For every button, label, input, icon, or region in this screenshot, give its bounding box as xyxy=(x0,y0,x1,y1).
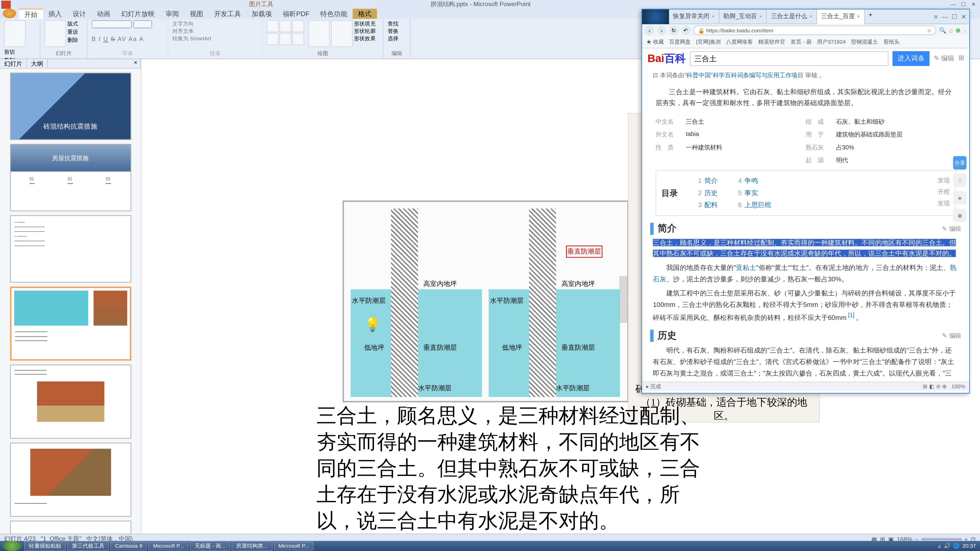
bookmark-item[interactable]: ★ 收藏 xyxy=(646,38,664,46)
shape-fill-button[interactable]: 形状填充 xyxy=(354,20,375,27)
tray-icon[interactable]: 🌐 xyxy=(953,543,959,549)
back-button[interactable]: ‹ xyxy=(645,25,654,35)
toc-sub[interactable]: 发现 xyxy=(938,176,950,185)
taskbar-item[interactable]: 房屋结构类... xyxy=(231,541,272,551)
slide-thumb-4[interactable]: ━━━━━━━━━━━━━━━━━━━━━━━━━━━━━━━━━━━━━━━━… xyxy=(10,287,131,361)
toc-link[interactable]: 1简介 xyxy=(698,176,718,186)
shape-outline-button[interactable]: 形状轮廓 xyxy=(354,27,375,35)
panel-tab-outline[interactable]: 大纲 xyxy=(27,59,48,68)
bookmark-item[interactable]: 百度网盘 xyxy=(669,38,690,46)
reference-link[interactable]: [1] xyxy=(846,311,856,318)
taskbar-item[interactable]: 第三代核工具 xyxy=(67,541,109,551)
tab-close-icon[interactable]: × xyxy=(857,14,860,20)
bookmark-star-icon[interactable]: ☆ xyxy=(927,27,932,33)
layout-button[interactable]: 版式 xyxy=(67,20,78,27)
panel-close-icon[interactable]: × xyxy=(131,59,141,68)
edit-icon[interactable]: ✎ 编辑 xyxy=(934,54,955,63)
tab-special[interactable]: 特色功能 xyxy=(315,9,353,19)
shape-button[interactable] xyxy=(292,33,304,45)
undo-close-button[interactable]: ↶ xyxy=(681,25,690,35)
tab-insert[interactable]: 插入 xyxy=(43,9,67,19)
cut-button[interactable]: 剪切 xyxy=(4,48,20,56)
shape-button[interactable] xyxy=(266,20,278,32)
browser-tab[interactable]: 恢复异常关闭× xyxy=(669,9,719,24)
toc-sub[interactable]: 发现 xyxy=(938,199,950,208)
select-button[interactable]: 选择 xyxy=(388,35,406,42)
taskbar-item[interactable]: 无标题 - 画... xyxy=(190,541,230,551)
slide-thumb-7[interactable] xyxy=(10,521,131,534)
minimize-button[interactable]: — xyxy=(950,1,956,7)
maximize-button[interactable]: ☐ xyxy=(961,1,966,7)
search-button[interactable]: 进入词条 xyxy=(893,51,930,66)
tab-format[interactable]: 格式 xyxy=(353,9,377,19)
section-edit-button[interactable]: ✎ 编辑 xyxy=(942,332,961,340)
toc-sub[interactable]: 开棺 xyxy=(938,188,950,197)
bookmark-item[interactable]: 型钢混凝土 xyxy=(851,38,878,46)
shape-button[interactable] xyxy=(266,33,278,45)
browser-close-button[interactable]: ✕ xyxy=(961,13,966,20)
tab-slideshow[interactable]: 幻灯片放映 xyxy=(116,9,160,19)
browser-tab[interactable]: 勒脚_互动百× xyxy=(719,9,767,24)
tab-foxit[interactable]: 福昕PDF xyxy=(277,9,315,19)
tab-close-icon[interactable]: × xyxy=(809,14,812,20)
download-icon[interactable]: ↓ xyxy=(963,27,966,33)
tab-design[interactable]: 设计 xyxy=(67,9,92,19)
slide-thumb-3[interactable]: ▪ ━━━━━━━━━━━━━━━━━━━━━━━━━━━━━━━━━━▪ ━━… xyxy=(10,215,131,283)
slide-thumb-1[interactable]: 砖混结构抗震措施 xyxy=(10,73,131,140)
reload-button[interactable]: ↻ xyxy=(669,25,679,35)
browser-minimize-button[interactable]: — xyxy=(942,13,948,20)
bookmark-item[interactable]: [官网]换浏 xyxy=(696,38,721,46)
taskbar-item[interactable]: Microsoft P... xyxy=(148,541,188,550)
font-size-input[interactable] xyxy=(133,20,152,28)
shape-button[interactable] xyxy=(280,33,291,45)
browser-tab[interactable]: 三合土是什么× xyxy=(767,9,817,24)
baike-search-input[interactable] xyxy=(690,51,889,66)
new-slide-button[interactable] xyxy=(45,20,66,47)
diagram-image[interactable]: 水平防潮层 高室内地坪 低地坪 垂直防潮层 水平防潮层 💡 垂直防潮层 水平防潮… xyxy=(342,200,628,402)
slide-thumb-6[interactable]: ━━━━━━━━━━━━━━━━ xyxy=(10,443,131,516)
shape-effects-button[interactable]: 形状效果 xyxy=(354,35,375,42)
taskbar-item[interactable]: Microsoft P... xyxy=(274,541,313,550)
toc-link[interactable]: 3配料 xyxy=(698,200,718,210)
replace-button[interactable]: 替换 xyxy=(388,27,406,35)
inline-link[interactable]: 亚粘土 xyxy=(736,264,756,271)
shape-button[interactable] xyxy=(280,20,291,32)
shape-button[interactable] xyxy=(292,20,304,32)
tab-developer[interactable]: 开发工具 xyxy=(209,9,247,19)
smartart-button[interactable]: 转换为 SmartArt xyxy=(172,36,211,42)
bookmark-item[interactable]: 剪纸头 xyxy=(883,38,900,46)
forward-button[interactable]: › xyxy=(657,25,667,35)
clock[interactable]: 20:37 xyxy=(963,543,976,549)
browser-tab-active[interactable]: 三合土_百度× xyxy=(817,9,865,24)
taskbar-item[interactable]: Camtasia 9 xyxy=(110,541,147,550)
bookmark-item[interactable]: 八度网络客 xyxy=(726,38,753,46)
font-family-input[interactable] xyxy=(92,20,132,28)
grid-icon[interactable]: ⊞ xyxy=(959,54,964,63)
slide-thumb-2[interactable]: 房屋抗震措施 01━━02━━03━━ xyxy=(10,144,131,211)
favorite-icon[interactable]: ☆ xyxy=(953,173,967,187)
browser-maximize-button[interactable]: ☐ xyxy=(952,13,957,20)
toc-link[interactable]: 2历史 xyxy=(698,188,718,198)
slide-thumbnail-panel[interactable]: 幻灯片 大纲 × 砖混结构抗震措施 房屋抗震措施 01━━02━━03━━ ▪ … xyxy=(0,59,142,534)
tab-view[interactable]: 视图 xyxy=(185,9,209,19)
extension-icon[interactable]: ⊕ xyxy=(956,27,961,33)
start-button[interactable] xyxy=(3,541,22,551)
browser-menu-icon[interactable]: ≡ xyxy=(934,13,938,20)
tray-icon[interactable]: 🔊 xyxy=(944,543,950,549)
toc-link[interactable]: 6上思巨棺 xyxy=(738,200,772,210)
status-icons[interactable]: ⊞ ◧ ⊘ ⊕ xyxy=(923,383,947,389)
section-edit-button[interactable]: ✎ 编辑 xyxy=(942,224,961,233)
page-content[interactable]: Bai百科 进入词条 ✎ 编辑 ⊞ ⊡ 本词条由"科普中国"科学百科词条编写与应… xyxy=(642,48,969,381)
reset-button[interactable]: 重设 xyxy=(67,28,78,36)
slide-thumb-5[interactable]: ━━━━━━━━━━━━━━━━━━━━━━━━━━━━━━━━ xyxy=(10,365,131,438)
taskbar-item[interactable]: 轻量级贴粘贴 xyxy=(24,541,66,551)
audit-link[interactable]: 科普中国"科学百科词条编写与应用工作项目 xyxy=(686,72,803,79)
bookmark-item[interactable]: 首页 - 易 xyxy=(791,38,811,46)
search-icon[interactable]: 🔍 xyxy=(939,27,946,33)
tab-addins[interactable]: 加载项 xyxy=(246,9,277,19)
tab-home[interactable]: 开始 xyxy=(19,9,43,19)
toc-link[interactable]: 5事实 xyxy=(738,188,772,198)
close-button[interactable]: ✕ xyxy=(971,1,976,7)
panel-tab-slides[interactable]: 幻灯片 xyxy=(0,59,27,68)
tray-icon[interactable]: ▵ xyxy=(938,543,941,549)
